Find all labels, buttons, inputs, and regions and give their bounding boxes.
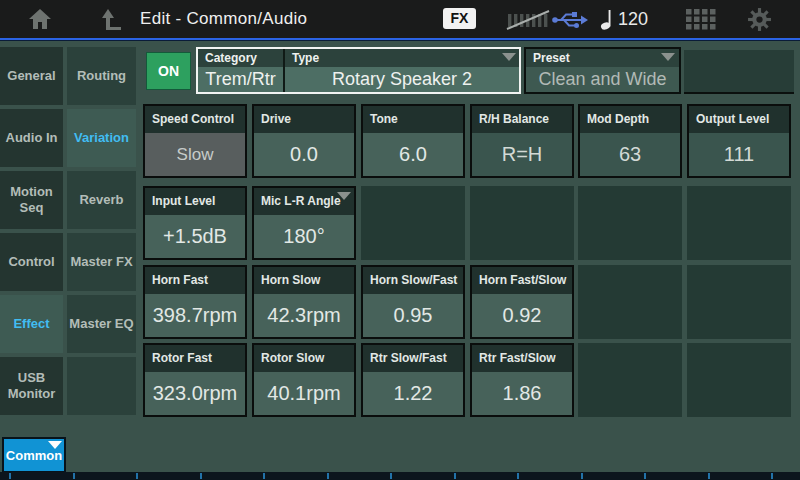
param-label: Mod Depth [580, 106, 680, 133]
arpeggio-off-icon[interactable] [506, 8, 550, 32]
sidebar-item-master-fx[interactable]: Master FX [67, 233, 136, 291]
sidebar-item-motion-seq[interactable]: Motion Seq [0, 171, 63, 229]
param-label: Speed Control [145, 106, 245, 133]
param-value-horn-fast[interactable]: 398.7rpm [145, 294, 245, 337]
param-dropdown-icon[interactable] [337, 192, 351, 200]
param-cell-horn-slow[interactable]: Horn Slow42.3rpm [252, 265, 356, 339]
param-value-mod-depth[interactable]: 63 [580, 133, 680, 176]
type-dropdown-icon[interactable] [502, 53, 516, 61]
grid-icon[interactable] [686, 9, 716, 30]
param-cell-horn-slow-fast[interactable]: Horn Slow/Fast0.95 [361, 265, 465, 339]
param-label: Rotor Slow [254, 345, 354, 372]
param-value-output-level[interactable]: 111 [689, 133, 789, 176]
tempo-value[interactable]: 120 [618, 0, 648, 38]
param-value-rtr-slow-fast[interactable]: 1.22 [363, 372, 463, 415]
param-label: Horn Slow [254, 267, 354, 294]
sidebar-item-effect[interactable]: Effect [0, 295, 63, 353]
fx-badge[interactable]: FX [443, 8, 476, 29]
bottom-bar-tick [9, 473, 11, 479]
up-arrow-icon[interactable] [100, 8, 124, 30]
common-part-button[interactable]: Common [2, 437, 66, 473]
param-empty-cell [578, 186, 682, 260]
param-value-rtr-fast-slow[interactable]: 1.86 [472, 372, 572, 415]
param-cell-r-h-balance[interactable]: R/H BalanceR=H [470, 104, 574, 178]
category-type-selector[interactable]: Category Trem/Rtr Type Rotary Speaker 2 [196, 47, 521, 94]
bottom-bar-tick [136, 473, 138, 479]
sidebar-item-reverb[interactable]: Reverb [67, 171, 136, 229]
sidebar-item-control[interactable]: Control [0, 233, 63, 291]
param-label: Drive [254, 106, 354, 133]
usb-icon [551, 10, 589, 30]
param-empty-cell [687, 343, 791, 417]
preset-value[interactable]: Clean and Wide [526, 67, 679, 92]
param-cell-rotor-fast[interactable]: Rotor Fast323.0rpm [143, 343, 247, 417]
sidebar-item-usb-monitor[interactable]: USB Monitor [0, 357, 63, 415]
effect-on-toggle[interactable]: ON [146, 52, 191, 90]
param-cell-input-level[interactable]: Input Level+1.5dB [143, 186, 247, 260]
param-value-drive[interactable]: 0.0 [254, 133, 354, 176]
param-label: Rotor Fast [145, 345, 245, 372]
param-empty-cell [687, 186, 791, 260]
param-label: Horn Fast [145, 267, 245, 294]
bottom-bar-tick [327, 473, 329, 479]
param-value-r-h-balance[interactable]: R=H [472, 133, 572, 176]
param-label: Horn Fast/Slow [472, 267, 572, 294]
gear-icon[interactable] [747, 7, 772, 32]
category-label: Category [205, 49, 257, 67]
param-cell-horn-fast-slow[interactable]: Horn Fast/Slow0.92 [470, 265, 574, 339]
param-value-horn-fast-slow[interactable]: 0.92 [472, 294, 572, 337]
param-value-mic-l-r-angle[interactable]: 180° [254, 215, 354, 258]
synth-edit-screen: Edit - Common/Audio FX [0, 0, 800, 480]
param-value-rotor-fast[interactable]: 323.0rpm [145, 372, 245, 415]
param-value-horn-slow[interactable]: 42.3rpm [254, 294, 354, 337]
quarter-note-icon [600, 9, 614, 30]
param-label: Tone [363, 106, 463, 133]
bottom-bar-tick [263, 473, 265, 479]
param-cell-drive[interactable]: Drive0.0 [252, 104, 356, 178]
bottom-bar-tick [454, 473, 456, 479]
common-button-label: Common [6, 448, 62, 463]
param-cell-tone[interactable]: Tone6.0 [361, 104, 465, 178]
param-value-rotor-slow[interactable]: 40.1rpm [254, 372, 354, 415]
bottom-bar-tick [771, 473, 773, 479]
type-value[interactable]: Rotary Speaker 2 [285, 67, 519, 92]
param-value-tone[interactable]: 6.0 [363, 133, 463, 176]
sidebar-item-general[interactable]: General [0, 47, 63, 105]
param-cell-rtr-slow-fast[interactable]: Rtr Slow/Fast1.22 [361, 343, 465, 417]
param-cell-rtr-fast-slow[interactable]: Rtr Fast/Slow1.86 [470, 343, 574, 417]
sidebar-item-routing[interactable]: Routing [67, 47, 136, 105]
bottom-tick-bar [0, 472, 800, 480]
param-cell-speed-control[interactable]: Speed ControlSlow [143, 104, 247, 178]
type-label: Type [292, 49, 319, 67]
sidebar-item-master-eq[interactable]: Master EQ [67, 295, 136, 353]
bottom-bar-tick [644, 473, 646, 479]
sidebar-item-variation[interactable]: Variation [67, 109, 136, 167]
common-dropdown-icon [48, 441, 62, 449]
preset-selector[interactable]: Preset Clean and Wide [524, 47, 681, 94]
bottom-bar-tick [390, 473, 392, 479]
preset-dropdown-icon[interactable] [661, 53, 675, 61]
page-title: Edit - Common/Audio [140, 0, 307, 38]
param-cell-mod-depth[interactable]: Mod Depth63 [578, 104, 682, 178]
param-empty-cell [470, 186, 574, 260]
param-empty-cell [361, 186, 465, 260]
param-cell-mic-l-r-angle[interactable]: Mic L-R Angle180° [252, 186, 356, 260]
param-value-speed-control[interactable]: Slow [145, 133, 245, 176]
param-cell-horn-fast[interactable]: Horn Fast398.7rpm [143, 265, 247, 339]
param-label: Horn Slow/Fast [363, 267, 463, 294]
sidebar-item-audio-in[interactable]: Audio In [0, 109, 63, 167]
bottom-bar-tick [708, 473, 710, 479]
home-icon[interactable] [28, 8, 52, 30]
accent-divider [0, 38, 800, 41]
sidebar-empty-cell [67, 357, 136, 415]
param-value-input-level[interactable]: +1.5dB [145, 215, 245, 258]
param-empty-cell [687, 265, 791, 339]
category-value[interactable]: Trem/Rtr [198, 67, 283, 92]
param-cell-output-level[interactable]: Output Level111 [687, 104, 791, 178]
preset-label: Preset [533, 49, 570, 67]
bottom-bar-tick [73, 473, 75, 479]
param-label: Rtr Fast/Slow [472, 345, 572, 372]
param-cell-rotor-slow[interactable]: Rotor Slow40.1rpm [252, 343, 356, 417]
bottom-bar-tick [200, 473, 202, 479]
param-value-horn-slow-fast[interactable]: 0.95 [363, 294, 463, 337]
